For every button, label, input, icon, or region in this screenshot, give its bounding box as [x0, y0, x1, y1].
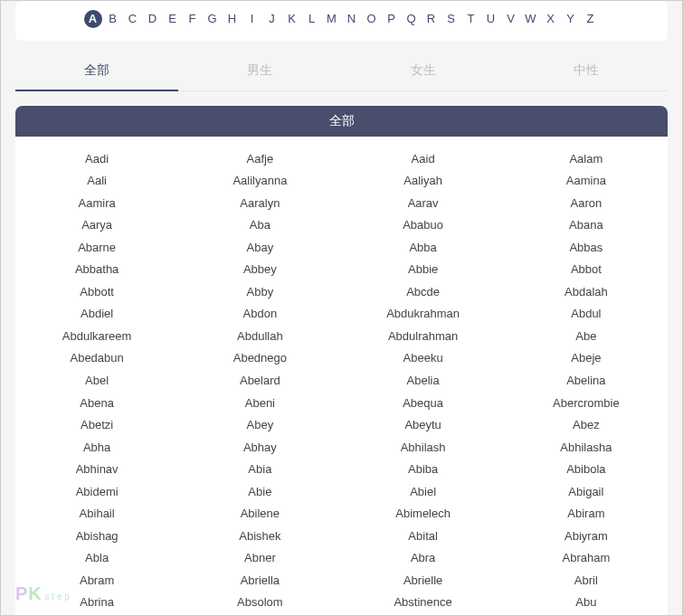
alpha-letter-e[interactable]: E	[164, 10, 182, 28]
name-link[interactable]: Abedabun	[15, 347, 178, 370]
tab-neutral[interactable]: 中性	[505, 52, 668, 91]
alpha-letter-y[interactable]: Y	[562, 10, 580, 28]
name-link[interactable]: Abdon	[178, 303, 341, 326]
alpha-letter-h[interactable]: H	[223, 10, 242, 28]
name-link[interactable]: Aafje	[178, 147, 341, 170]
alpha-letter-t[interactable]: T	[462, 10, 480, 28]
name-link[interactable]: Abital	[342, 525, 505, 547]
name-link[interactable]: Absolom	[178, 592, 341, 614]
name-link[interactable]: Abla	[15, 547, 178, 570]
alpha-letter-j[interactable]: J	[263, 10, 281, 28]
name-link[interactable]: Abiba	[342, 459, 505, 481]
name-link[interactable]: Abbie	[342, 259, 505, 281]
name-link[interactable]: Aamina	[505, 170, 668, 193]
name-link[interactable]: Abel	[15, 369, 178, 392]
name-link[interactable]: Aba	[178, 214, 341, 237]
alpha-letter-c[interactable]: C	[124, 10, 142, 28]
alpha-letter-p[interactable]: P	[383, 10, 401, 28]
name-link[interactable]: Abihail	[15, 503, 178, 526]
name-link[interactable]: Abbas	[505, 236, 668, 259]
name-link[interactable]: Abidemi	[15, 480, 178, 503]
name-link[interactable]: Abner	[178, 547, 341, 570]
name-link[interactable]: Abibola	[505, 459, 668, 481]
alpha-letter-k[interactable]: K	[283, 10, 301, 28]
alpha-letter-z[interactable]: Z	[582, 10, 600, 28]
name-link[interactable]: Abdulkareem	[15, 325, 178, 347]
name-link[interactable]: Abbey	[178, 259, 341, 281]
name-link[interactable]: Abarne	[15, 236, 178, 259]
name-link[interactable]: Abrielle	[342, 569, 505, 592]
name-link[interactable]: Abishek	[178, 525, 341, 547]
name-link[interactable]: Abdalah	[505, 280, 668, 303]
name-link[interactable]: Abha	[15, 436, 178, 459]
name-link[interactable]: Abay	[178, 236, 341, 259]
alpha-letter-g[interactable]: G	[204, 10, 222, 28]
name-link[interactable]: Aaliyah	[342, 170, 505, 193]
name-link[interactable]: Abdul	[505, 303, 668, 326]
name-link[interactable]: Aalam	[505, 147, 668, 170]
name-link[interactable]: Abcde	[342, 280, 505, 303]
name-link[interactable]: Abiram	[505, 503, 668, 526]
name-link[interactable]: Abhinav	[15, 459, 178, 481]
name-link[interactable]: Abby	[178, 280, 341, 303]
name-link[interactable]: Abednego	[178, 347, 341, 370]
alpha-letter-w[interactable]: W	[522, 10, 540, 28]
name-link[interactable]: Abequa	[342, 392, 505, 414]
name-link[interactable]: Abeytu	[342, 414, 505, 437]
name-link[interactable]: Aaid	[342, 147, 505, 170]
alpha-letter-v[interactable]: V	[502, 10, 520, 28]
name-link[interactable]: Abimelech	[342, 503, 505, 526]
name-link[interactable]: Abba	[342, 236, 505, 259]
name-link[interactable]: Abraham	[505, 547, 668, 570]
alpha-letter-i[interactable]: I	[243, 10, 261, 28]
name-link[interactable]: Abril	[505, 569, 668, 592]
name-link[interactable]: Aalilyanna	[178, 170, 341, 193]
name-link[interactable]: Abercrombie	[505, 392, 668, 414]
name-link[interactable]: Abiyram	[505, 525, 668, 547]
alpha-letter-r[interactable]: R	[422, 10, 441, 28]
alpha-letter-f[interactable]: F	[184, 10, 202, 28]
name-link[interactable]: Abhilash	[342, 436, 505, 459]
name-link[interactable]: Abra	[342, 547, 505, 570]
name-link[interactable]: Abilene	[178, 503, 341, 526]
name-link[interactable]: Aaralyn	[178, 192, 341, 214]
name-link[interactable]: Abe	[505, 325, 668, 347]
name-link[interactable]: Abeje	[505, 347, 668, 370]
name-link[interactable]: Aarav	[342, 192, 505, 214]
name-link[interactable]: Abana	[505, 214, 668, 237]
alpha-letter-a[interactable]: A	[84, 10, 102, 28]
name-link[interactable]: Abelard	[178, 369, 341, 392]
name-link[interactable]: Abeni	[178, 392, 341, 414]
name-link[interactable]: Abhilasha	[505, 436, 668, 459]
name-link[interactable]: Abeeku	[342, 347, 505, 370]
alpha-letter-x[interactable]: X	[542, 10, 560, 28]
name-link[interactable]: Abetzi	[15, 414, 178, 437]
name-link[interactable]: Abdukrahman	[342, 303, 505, 326]
name-link[interactable]: Ababuo	[342, 214, 505, 237]
name-link[interactable]: Abiel	[342, 480, 505, 503]
alpha-letter-u[interactable]: U	[482, 10, 500, 28]
name-link[interactable]: Abstinence	[342, 592, 505, 614]
name-link[interactable]: Abigail	[505, 480, 668, 503]
alpha-letter-q[interactable]: Q	[403, 10, 421, 28]
name-link[interactable]: Abie	[178, 480, 341, 503]
alpha-letter-o[interactable]: O	[363, 10, 381, 28]
alpha-letter-d[interactable]: D	[144, 10, 162, 28]
alpha-letter-s[interactable]: S	[442, 10, 460, 28]
name-link[interactable]: Abelina	[505, 369, 668, 392]
name-link[interactable]: Abishag	[15, 525, 178, 547]
tab-male[interactable]: 男生	[178, 52, 341, 91]
name-link[interactable]: Aarya	[15, 214, 178, 237]
name-link[interactable]: Abbatha	[15, 259, 178, 281]
name-link[interactable]: Abriella	[178, 569, 341, 592]
name-link[interactable]: Aali	[15, 170, 178, 193]
name-link[interactable]: Abelia	[342, 369, 505, 392]
alpha-letter-m[interactable]: M	[323, 10, 341, 28]
alpha-letter-l[interactable]: L	[303, 10, 321, 28]
tab-female[interactable]: 女生	[342, 52, 505, 91]
name-link[interactable]: Abez	[505, 414, 668, 437]
name-link[interactable]: Abbott	[15, 280, 178, 303]
name-link[interactable]: Aaron	[505, 192, 668, 214]
name-link[interactable]: Aamira	[15, 192, 178, 214]
alpha-letter-b[interactable]: B	[104, 10, 122, 28]
